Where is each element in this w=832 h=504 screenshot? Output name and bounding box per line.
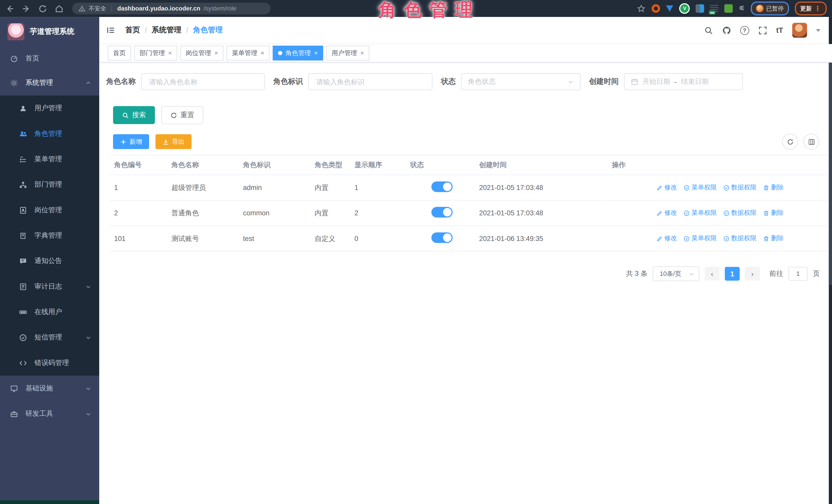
tab-post[interactable]: 岗位管理× xyxy=(181,46,224,60)
next-page-button[interactable]: › xyxy=(745,267,760,281)
back-icon[interactable] xyxy=(5,4,15,13)
menu-perm-action[interactable]: 菜单权限 xyxy=(683,234,717,243)
home-icon[interactable] xyxy=(55,4,63,13)
chrome-menu-icon[interactable]: ⋮ xyxy=(814,5,822,12)
sidebar-item-audit-log[interactable]: 审计日志 xyxy=(0,274,99,299)
extension-grid-icon[interactable] xyxy=(696,4,704,13)
table-row: 101 测试账号 test 自定义 0 2021-01-06 13:49:35 … xyxy=(110,226,828,251)
sidebar-item-dict-mgmt[interactable]: 字典管理 xyxy=(0,223,99,248)
breadcrumb-system[interactable]: 系统管理 xyxy=(152,25,182,35)
status-toggle[interactable] xyxy=(432,182,453,192)
export-button[interactable]: 导出 xyxy=(155,134,191,149)
page-size-select[interactable]: 10条/页 xyxy=(653,266,699,281)
extension-gem-icon[interactable] xyxy=(666,5,674,12)
sidebar-item-system[interactable]: 系统管理 xyxy=(0,70,99,96)
add-button[interactable]: 新增 xyxy=(113,134,149,149)
search-button[interactable]: 搜索 xyxy=(113,106,155,124)
tab-user[interactable]: 用户管理× xyxy=(327,46,369,60)
app-logo[interactable]: 芋道管理系统 xyxy=(0,17,99,47)
delete-action[interactable]: 删除 xyxy=(763,234,784,243)
sidebar-item-notice[interactable]: 通知公告 xyxy=(0,248,99,274)
role-key-input[interactable] xyxy=(315,77,425,86)
status-toggle[interactable] xyxy=(432,232,453,243)
table-row: 1 超级管理员 admin 内置 1 2021-01-05 17:03:48 修… xyxy=(110,175,828,200)
avatar-caret-icon[interactable] xyxy=(816,29,821,31)
table-row: 2 普通角色 common 内置 2 2021-01-05 17:03:48 修… xyxy=(110,200,828,226)
breadcrumb-home[interactable]: 首页 xyxy=(125,25,140,35)
tab-close-icon[interactable]: × xyxy=(314,50,318,56)
extension-tampermonkey-icon[interactable]: on xyxy=(710,5,719,12)
edit-action[interactable]: 修改 xyxy=(656,234,677,243)
tab-close-icon[interactable]: × xyxy=(260,50,264,56)
status-select[interactable]: 角色状态 xyxy=(461,73,580,90)
tab-close-icon[interactable]: × xyxy=(168,50,172,56)
data-perm-action[interactable]: 数据权限 xyxy=(723,234,757,243)
sidebar-item-dept-mgmt[interactable]: 部门管理 xyxy=(0,172,99,197)
data-perm-action[interactable]: 数据权限 xyxy=(723,183,757,192)
tab-close-icon[interactable]: × xyxy=(360,50,364,56)
toolbox-icon xyxy=(10,410,18,418)
tab-role[interactable]: 角色管理× xyxy=(273,46,323,60)
sidebar-item-user-mgmt[interactable]: 用户管理 xyxy=(0,96,99,121)
prev-page-button[interactable]: ‹ xyxy=(705,267,720,281)
gear-icon xyxy=(10,79,18,87)
page-scrollbar[interactable] xyxy=(829,17,832,504)
tab-dept[interactable]: 部门管理× xyxy=(134,46,177,60)
scrollbar-thumb[interactable] xyxy=(829,62,832,285)
extension-robot-icon[interactable] xyxy=(725,4,733,13)
delete-action[interactable]: 删除 xyxy=(763,208,784,217)
extensions-puzzle-icon[interactable]: ⚟ xyxy=(739,4,745,13)
logo-avatar xyxy=(7,23,24,40)
chrome-update-button[interactable]: 更新 ⋮ xyxy=(795,2,827,16)
page-1-button[interactable]: 1 xyxy=(725,267,740,281)
edit-action[interactable]: 修改 xyxy=(656,183,677,192)
date-range-picker[interactable]: 开始日期 - 结束日期 xyxy=(624,73,743,90)
sidebar-item-errorcode-mgmt[interactable]: 错误码管理 xyxy=(0,350,99,376)
extension-green-icon[interactable]: V xyxy=(679,3,690,14)
sidebar-item-post-mgmt[interactable]: 岗位管理 xyxy=(0,197,99,223)
hamburger-icon[interactable] xyxy=(106,26,115,34)
date-separator: - xyxy=(674,78,677,86)
help-icon[interactable]: ? xyxy=(740,26,749,35)
sidebar-item-menu-mgmt[interactable]: 菜单管理 xyxy=(0,147,99,172)
font-size-icon[interactable]: tT xyxy=(776,26,783,34)
reset-button[interactable]: 重置 xyxy=(161,106,203,124)
tab-menu[interactable]: 菜单管理× xyxy=(227,46,270,60)
role-name-input[interactable] xyxy=(148,77,258,86)
sidebar-item-sms-mgmt[interactable]: 短信管理 xyxy=(0,325,99,350)
sidebar-item-devtools[interactable]: 研发工具 xyxy=(0,401,99,427)
edit-action[interactable]: 修改 xyxy=(656,208,677,217)
refresh-table-button[interactable] xyxy=(782,134,798,150)
extension-orange-icon[interactable] xyxy=(652,4,660,13)
bookmark-star-icon[interactable] xyxy=(637,4,646,13)
paused-label: 已暂停 xyxy=(766,5,783,12)
tab-close-icon[interactable]: × xyxy=(214,50,218,56)
search-icon[interactable] xyxy=(704,26,713,35)
menu-perm-action[interactable]: 菜单权限 xyxy=(683,208,717,217)
sidebar-item-online-users[interactable]: 在线用户 xyxy=(0,299,99,324)
sidebar-item-role-mgmt[interactable]: 角色管理 xyxy=(0,121,99,147)
circle-check-icon xyxy=(723,235,730,242)
sidebar-item-home[interactable]: 首页 xyxy=(0,47,99,70)
data-perm-action[interactable]: 数据权限 xyxy=(723,208,757,217)
active-tab-dot xyxy=(278,51,283,55)
fullscreen-icon[interactable] xyxy=(758,26,767,35)
goto-prefix: 前往 xyxy=(770,269,783,278)
edit-icon xyxy=(656,210,663,216)
status-toggle[interactable] xyxy=(432,207,453,217)
profile-paused-button[interactable]: 已暂停 xyxy=(751,2,789,16)
tab-home[interactable]: 首页 xyxy=(108,46,131,60)
forward-icon[interactable] xyxy=(22,4,31,13)
user-avatar[interactable] xyxy=(792,23,807,38)
column-settings-button[interactable] xyxy=(803,134,819,150)
github-icon[interactable] xyxy=(722,26,731,35)
menu-perm-action[interactable]: 菜单权限 xyxy=(683,183,717,192)
chevron-down-icon xyxy=(85,335,91,340)
sidebar-item-infrastructure[interactable]: 基础设施 xyxy=(0,376,99,401)
address-bar[interactable]: 不安全 dashboard.yudao.iocoder.cn/system/ro… xyxy=(72,3,270,15)
goto-page-input[interactable] xyxy=(788,267,808,281)
delete-action[interactable]: 删除 xyxy=(763,183,784,192)
trash-icon xyxy=(763,235,770,242)
goto-suffix: 页 xyxy=(813,269,820,278)
reload-icon[interactable] xyxy=(38,4,47,13)
